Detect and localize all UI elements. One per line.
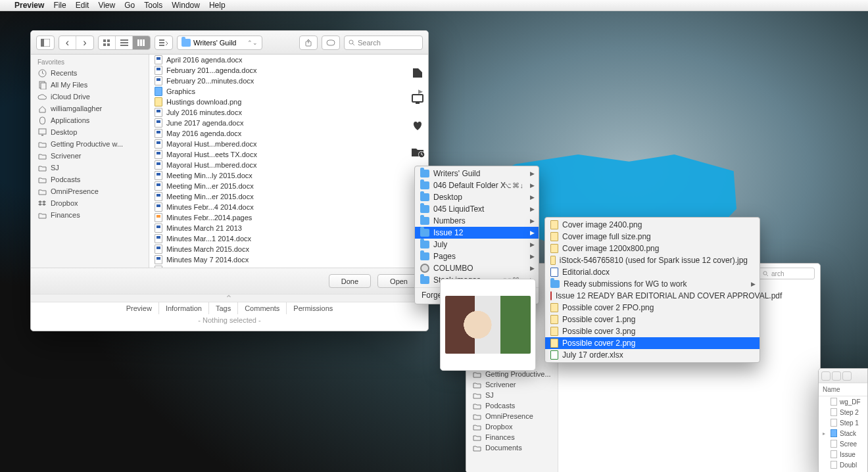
bg2-header-name[interactable]: Name: [819, 383, 867, 396]
menu-tools[interactable]: Tools: [144, 1, 162, 10]
file-row[interactable]: Mayoral Hust...eets TX.docx: [149, 149, 428, 160]
menu-item[interactable]: Ready submissions for WG to work▶: [545, 278, 760, 290]
file-row[interactable]: Hustings download.png: [149, 97, 428, 107]
file-row[interactable]: April 2016 agenda.docx: [149, 55, 428, 65]
menu-item[interactable]: COLUMBO▶: [415, 262, 539, 274]
path-popup[interactable]: Writers' Guild ⌃⌄: [177, 35, 262, 50]
tab-preview[interactable]: Preview: [120, 302, 159, 314]
dfx-tag-icon[interactable]: [410, 66, 425, 80]
menu-item[interactable]: Desktop▶: [415, 191, 539, 203]
tab-information[interactable]: Information: [159, 302, 209, 314]
menu-item[interactable]: Editorial.docx: [545, 266, 760, 278]
tags-button[interactable]: [322, 35, 340, 50]
list-row[interactable]: Step 2: [819, 407, 867, 417]
sidebar-item[interactable]: Applications: [31, 114, 149, 126]
file-row[interactable]: Meeting Min...ly 2015.docx: [149, 170, 428, 181]
view-icon[interactable]: [842, 371, 852, 381]
menu-edit[interactable]: Edit: [76, 1, 89, 10]
list-row[interactable]: Doubl: [819, 460, 867, 470]
resize-grip[interactable]: ⌃: [31, 294, 428, 302]
sidebar-item[interactable]: OmniPresence: [31, 185, 149, 197]
menu-item[interactable]: July▶: [415, 239, 539, 250]
file-row[interactable]: Minutes March 21 2013: [149, 223, 428, 233]
file-row[interactable]: July 2016 minutes.docx: [149, 107, 428, 118]
sidebar-item[interactable]: Dropbox: [31, 197, 149, 209]
menu-file[interactable]: File: [53, 1, 66, 10]
tab-comments[interactable]: Comments: [238, 302, 287, 314]
menu-item[interactable]: iStock-546765810 (used for Spark issue 1…: [545, 254, 760, 266]
tab-permissions[interactable]: Permissions: [287, 302, 339, 314]
file-row[interactable]: June 2017 agenda.docx: [149, 118, 428, 128]
menu-window[interactable]: Window: [172, 1, 200, 10]
sidebar-item[interactable]: Scrivener: [31, 150, 149, 162]
sidebar-item[interactable]: Podcasts: [31, 174, 149, 185]
menu-item[interactable]: Writers' Guild▶: [415, 168, 539, 179]
menu-help[interactable]: Help: [209, 1, 226, 10]
file-row[interactable]: Meeting Min...er 2015.docx: [149, 191, 428, 202]
list-row[interactable]: Issue: [819, 449, 867, 460]
file-row[interactable]: Mayoral Hust...mbered.docx: [149, 160, 428, 170]
list-row[interactable]: Step 1: [819, 417, 867, 428]
menu-view[interactable]: View: [98, 1, 115, 10]
sidebar-item[interactable]: OmniPresence: [466, 411, 558, 421]
dfx-computer-icon[interactable]: [410, 92, 425, 106]
sidebar-item[interactable]: iCloud Drive: [31, 91, 149, 103]
menu-item[interactable]: Issue 12▶: [415, 227, 539, 239]
file-row[interactable]: Minutes March 2015.docx: [149, 244, 428, 254]
file-row[interactable]: Meeting Min...er 2015.docx: [149, 181, 428, 191]
menu-item[interactable]: Cover image full size.png: [545, 231, 760, 243]
file-row[interactable]: February 201...agenda.docx: [149, 65, 428, 76]
sidebar-item[interactable]: Desktop: [31, 126, 149, 138]
group-by[interactable]: [155, 35, 173, 50]
dfx-heart-icon[interactable]: [410, 118, 425, 133]
sidebar-item[interactable]: Dropbox: [466, 421, 558, 432]
menu-item[interactable]: Possible cover 3.png: [545, 325, 760, 337]
file-row[interactable]: Minutes Mar...1 2014.docx: [149, 233, 428, 244]
view-icon[interactable]: [821, 371, 831, 381]
nav-back-button[interactable]: ‹: [59, 36, 76, 49]
menu-item[interactable]: July 17 order.xlsx: [545, 349, 760, 361]
sidebar-item[interactable]: Documents: [466, 442, 558, 453]
share-button[interactable]: [299, 35, 318, 50]
view-list-icon[interactable]: [116, 36, 133, 49]
list-row[interactable]: wg_DF: [819, 396, 867, 407]
file-row[interactable]: Mayoral Hust...mbered.docx: [149, 139, 428, 149]
menu-item[interactable]: Cover image 1200x800.png: [545, 243, 760, 254]
sidebar-toggle-icon[interactable]: [37, 36, 54, 49]
menu-item[interactable]: Numbers▶: [415, 215, 539, 227]
sidebar-toggle[interactable]: [36, 35, 55, 50]
sidebar-item[interactable]: Getting Productive w...: [31, 138, 149, 150]
menu-item[interactable]: Possible cover 1.png: [545, 314, 760, 325]
view-icon[interactable]: [832, 371, 841, 381]
sidebar-item[interactable]: SJ: [31, 162, 149, 174]
sidebar-item[interactable]: williamgallagher: [31, 103, 149, 114]
sidebar-item[interactable]: Finances: [466, 432, 558, 442]
menu-item[interactable]: Issue 12 READY BAR EDITORIAL AND COVER A…: [545, 290, 760, 302]
sidebar-item[interactable]: Podcasts: [466, 400, 558, 411]
done-button[interactable]: Done: [329, 274, 371, 288]
file-row[interactable]: Minutes May 7 2014.docx: [149, 254, 428, 265]
file-row[interactable]: Minutes Febr...4 2014.docx: [149, 202, 428, 212]
search-input[interactable]: Search: [344, 35, 423, 50]
menu-item[interactable]: Pages▶: [415, 250, 539, 262]
menu-item[interactable]: Possible cover 2 FPO.png: [545, 302, 760, 314]
nav-fwd-button[interactable]: ›: [76, 36, 93, 49]
sidebar-item[interactable]: SJ: [466, 390, 558, 400]
tab-tags[interactable]: Tags: [209, 302, 238, 314]
menu-item[interactable]: Possible cover 2.png: [545, 337, 760, 349]
file-row[interactable]: Graphics▶: [149, 86, 428, 97]
group-by-icon[interactable]: [155, 36, 172, 49]
menu-item[interactable]: 046 Default Folder X⌥⌘↓▶: [415, 179, 539, 191]
file-row[interactable]: Minutes Febr...2014.pages: [149, 212, 428, 223]
menu-item[interactable]: Cover image 2400.png: [545, 219, 760, 231]
dfx-recent-icon[interactable]: [410, 145, 425, 159]
list-row[interactable]: ▸Stack: [819, 428, 867, 438]
bg1-search[interactable]: arch: [758, 268, 815, 279]
sidebar-item[interactable]: All My Files: [31, 79, 149, 91]
view-columns-icon[interactable]: [133, 36, 150, 49]
view-icons-icon[interactable]: [99, 36, 116, 49]
file-row[interactable]: February 20...minutes.docx: [149, 76, 428, 86]
app-name[interactable]: Preview: [14, 1, 44, 10]
sidebar-item[interactable]: Scrivener: [466, 379, 558, 390]
list-row[interactable]: Scree: [819, 438, 867, 449]
